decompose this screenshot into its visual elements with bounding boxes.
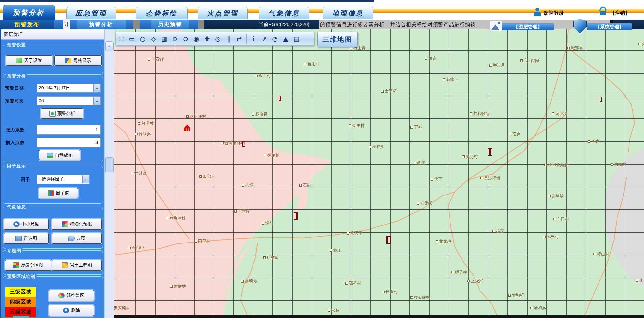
place-marker — [543, 236, 546, 238]
place-marker — [492, 230, 495, 232]
map-place-label: 新屋场 — [548, 193, 564, 199]
auto-plot-button[interactable]: 自动成图 — [39, 150, 80, 160]
map-place-label: 太平桥 — [381, 88, 397, 94]
map-place-label: 侯居室 — [347, 231, 362, 236]
cloud-chart-button[interactable]: 云图 — [52, 233, 102, 244]
level5-region-swatch[interactable]: 五级区域 — [5, 307, 36, 317]
place-marker — [509, 133, 511, 135]
grid-icon[interactable]: ▦ — [159, 34, 169, 44]
susceptibility-zone-map-button[interactable]: 易发分区图 — [5, 260, 51, 271]
geotech-map-button[interactable]: 岩土工程图 — [52, 260, 102, 271]
scrollbar-thumb[interactable] — [105, 157, 114, 172]
zoom-out-icon[interactable]: ⊖ — [181, 34, 191, 44]
place-marker — [489, 64, 492, 67]
print-icon[interactable]: ▤ — [291, 34, 301, 44]
welcome-login-link[interactable]: 欢迎登录 — [544, 10, 564, 17]
pause-icon[interactable]: ‖ — [224, 34, 234, 44]
map-place-label: 城郊乡 — [567, 45, 583, 51]
map-place-label: 园里村 — [194, 238, 210, 244]
subtab-history-warning[interactable]: 历史预警 — [151, 20, 189, 29]
grid-display-button[interactable]: 网格显示 — [54, 55, 102, 66]
factor-settings-button[interactable]: 因子设置 — [6, 55, 52, 66]
place-marker — [166, 217, 168, 219]
map-place-label: 黄腊塘 — [552, 111, 568, 117]
zoom-previous-icon[interactable]: ◎ — [213, 34, 223, 44]
insert-points-input[interactable]: 3 — [37, 138, 101, 147]
map-bottom-edge — [114, 315, 644, 318]
layer-manager-button[interactable]: 【图层管理】 — [502, 23, 554, 30]
auto-plot-icon — [47, 153, 53, 158]
place-marker — [548, 195, 551, 197]
full-extent-icon[interactable]: ◉ — [191, 34, 201, 44]
map-place-label: 矿家岭 — [263, 255, 279, 261]
map-3d-button[interactable]: 三维地图 — [317, 32, 358, 47]
measure-icon[interactable]: ▭ — [127, 34, 137, 44]
refresh-icon[interactable]: ⇄ — [234, 34, 244, 44]
main-tab-1[interactable]: 预警分析 — [3, 5, 55, 20]
zoom-in-icon[interactable]: ⊕ — [170, 34, 180, 44]
radar-icon — [15, 236, 22, 241]
system-manager-button[interactable]: 【系统管理】 — [587, 23, 632, 30]
map-canvas[interactable]: 上石背观山村苗儿冲石山青蒋家城郊乡火半边月宝山铜矿新排下太平桥杨柳凤锦里村共和牧… — [114, 29, 644, 318]
map-place-label: 燕塘乡 — [241, 279, 257, 284]
sidebar-scrollbar[interactable]: ︿ — [104, 29, 114, 318]
map-place-label: 地界村 — [543, 234, 559, 240]
ellipse-select-icon[interactable]: ○ — [138, 34, 148, 44]
logout-button[interactable]: 【注销】 — [610, 10, 630, 17]
place-marker — [508, 294, 511, 297]
place-marker — [470, 112, 472, 115]
map-place-label: 干背岭 — [234, 208, 250, 214]
save-icon[interactable]: ▲ — [281, 34, 291, 44]
factor-select[interactable]: --请选择因子- ⌄ — [37, 175, 90, 184]
snapshot-icon[interactable]: ◔ — [270, 34, 280, 44]
main-tab-3[interactable]: 态势标绘 — [136, 7, 188, 19]
button-label: 自动成图 — [55, 153, 73, 158]
mesoscale-button[interactable]: 中小尺度 — [4, 219, 49, 230]
info-icon[interactable]: i — [248, 34, 259, 44]
clear-drawn-regions-button[interactable]: 清空绘区 — [49, 290, 94, 301]
chevron-down-icon[interactable]: ⌄ — [93, 84, 100, 92]
radar-chart-button[interactable]: 雷达图 — [4, 233, 49, 244]
level4-region-swatch[interactable]: 四级区域 — [5, 297, 36, 307]
factor-settings-icon — [16, 58, 22, 63]
bottom-cyan-fragment — [13, 316, 29, 318]
tension-coeff-label: 张力系数 — [6, 127, 25, 133]
place-marker — [299, 184, 302, 187]
main-tab-2[interactable]: 应急管理 — [66, 7, 116, 19]
factor-value-button[interactable]: 因子值 — [39, 188, 78, 198]
map-place-label: 黄庄 — [330, 248, 341, 253]
subtab-warning-analysis[interactable]: 预警分析 — [77, 20, 126, 29]
main-tab-4[interactable]: 灾点管理 — [198, 7, 248, 19]
warning-date-select[interactable]: 2011年 7月17日 ⌄ — [37, 84, 101, 93]
place-marker — [255, 75, 258, 77]
polygon-select-icon[interactable]: ◇ — [148, 34, 158, 44]
chevron-down-icon[interactable]: ⌄ — [93, 97, 100, 105]
tension-coeff-input[interactable]: 1 — [37, 125, 101, 135]
warning-time-select[interactable]: 06 ⌄ — [37, 96, 101, 105]
map-place-label: 上石背 — [148, 57, 164, 62]
current-rgb-readout: 当前RGB:(220,220,220) — [204, 20, 319, 29]
hazard-cluster-marker — [279, 96, 281, 101]
warning-analyze-button[interactable]: 预警分析 — [41, 108, 83, 119]
delete-button[interactable]: 删除 — [49, 305, 94, 316]
main-tab-5[interactable]: 气象信息 — [259, 7, 309, 19]
red-draw-pointer: Ψ — [184, 123, 191, 132]
map-place-label: 石街 — [299, 183, 311, 188]
main-tab-6[interactable]: 地理信息 — [323, 7, 373, 19]
place-marker — [588, 140, 590, 143]
map-place-label: 南贡 — [509, 131, 521, 137]
scroll-up-button[interactable]: ︿ — [105, 41, 114, 51]
place-marker — [138, 122, 140, 125]
toolbar-grip[interactable]: ⋮⋮ — [117, 36, 125, 41]
export-icon[interactable]: ⇗ — [259, 34, 269, 44]
level3-region-swatch[interactable]: 三级区域 — [5, 287, 36, 297]
map-place-label: 新排下 — [443, 77, 458, 82]
map-layers — [114, 29, 644, 318]
fine-forecast-button[interactable]: 精细化预报 — [52, 219, 102, 230]
chevron-down-icon[interactable]: ⌄ — [82, 175, 89, 183]
place-marker — [410, 296, 413, 299]
place-marker — [328, 309, 330, 312]
user-icon — [533, 8, 542, 17]
pan-icon[interactable]: ✚ — [202, 34, 212, 44]
subtab-warning-publish[interactable]: 预警发布 — [0, 20, 54, 29]
